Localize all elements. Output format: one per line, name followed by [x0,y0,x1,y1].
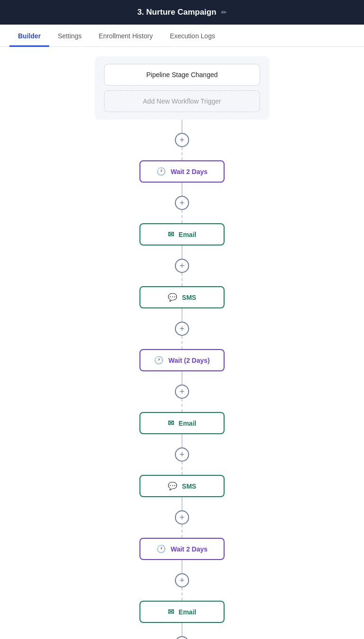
connector-dashed [182,336,182,349]
page-title: 3. Nurture Campaign [137,8,216,17]
flow-connector-7: + [175,560,189,601]
connector-line [182,371,182,385]
tab-execution-logs[interactable]: Execution Logs [161,25,224,47]
add-step-button-6[interactable]: + [175,510,189,525]
step-email-2[interactable]: ✉ Email [139,412,225,434]
email-icon: ✉ [168,419,174,428]
step-email-1[interactable]: ✉ Email [139,223,225,245]
connector-line [182,308,182,322]
sms-icon: 💬 [168,481,177,490]
clock-icon: 🕐 [154,356,164,365]
add-step-button-0[interactable]: + [175,133,189,147]
connector-line [182,120,182,133]
app-header: 3. Nurture Campaign ✏ [0,0,364,25]
connector-dashed [182,399,182,412]
step-label: Email [179,608,196,616]
connector-dashed [182,273,182,286]
step-sms-1[interactable]: 💬 SMS [139,286,225,308]
connector-dashed [182,147,182,160]
sms-icon: 💬 [168,293,177,302]
builder-canvas: Pipeline Stage Changed Add New Workflow … [0,47,364,639]
connector-line [182,434,182,447]
add-step-button-5[interactable]: + [175,447,189,462]
step-label: SMS [182,294,196,301]
add-workflow-trigger-button[interactable]: Add New Workflow Trigger [104,90,260,112]
step-label: Wait (2 Days) [168,357,209,364]
tab-settings[interactable]: Settings [49,25,90,47]
add-step-button-2[interactable]: + [175,259,189,273]
connector-dashed [182,587,182,601]
step-label: Wait 2 Days [171,168,208,175]
add-step-button-8[interactable]: + [175,636,189,639]
connector-dashed [182,525,182,538]
connector-line [182,560,182,573]
step-email-3[interactable]: ✉ Email [139,601,225,623]
add-step-button-1[interactable]: + [175,196,189,210]
connector-line [182,497,182,510]
step-label: SMS [182,482,196,490]
flow-connector-4: + [175,371,189,412]
connector-line [182,183,182,196]
step-label: Wait 2 Days [171,545,208,553]
add-step-button-7[interactable]: + [175,573,189,587]
connector-dashed [182,210,182,223]
clock-icon: 🕐 [156,167,166,176]
tab-bar: Builder Settings Enrollment History Exec… [0,25,364,47]
add-step-button-4[interactable]: + [175,385,189,399]
step-wait-2[interactable]: 🕐 Wait (2 Days) [139,349,225,371]
email-icon: ✉ [168,230,174,239]
step-label: Email [179,420,196,427]
connector-dashed [182,462,182,475]
flow-connector-2: + [175,245,189,286]
flow-connector-1: + [175,183,189,223]
step-wait-3[interactable]: 🕐 Wait 2 Days [139,538,225,560]
add-step-button-3[interactable]: + [175,322,189,336]
trigger-container: Pipeline Stage Changed Add New Workflow … [95,56,269,120]
step-label: Email [179,231,196,238]
tab-enrollment-history[interactable]: Enrollment History [90,25,161,47]
connector-line [182,245,182,259]
trigger-pipeline-stage[interactable]: Pipeline Stage Changed [104,64,260,86]
step-sms-2[interactable]: 💬 SMS [139,475,225,497]
tab-builder[interactable]: Builder [9,25,49,47]
connector-line [182,623,182,636]
edit-icon[interactable]: ✏ [221,9,227,16]
flow-connector-3: + [175,308,189,349]
flow-connector-6: + [175,497,189,538]
flow-connector-8: + [175,623,189,639]
clock-icon: 🕐 [156,544,166,553]
flow-connector-0: + [175,120,189,160]
email-icon: ✉ [168,607,174,616]
flow-connector-5: + [175,434,189,475]
step-wait-1[interactable]: 🕐 Wait 2 Days [139,160,225,183]
